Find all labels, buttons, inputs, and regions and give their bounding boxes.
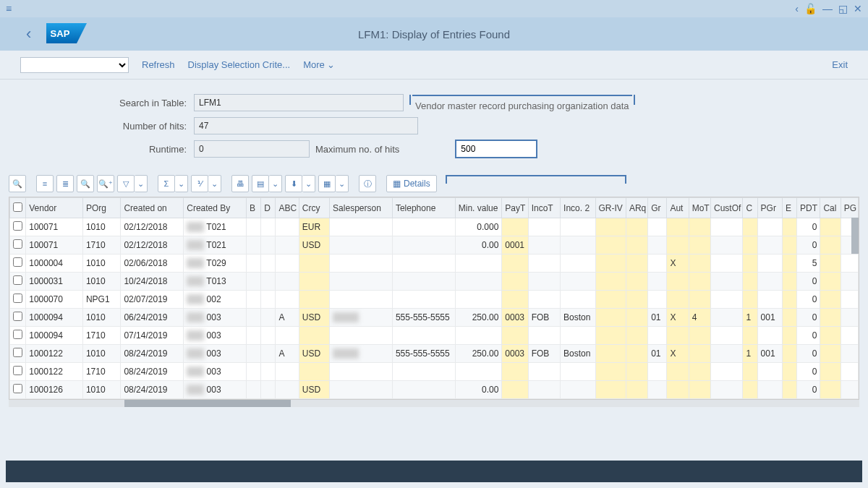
lock-icon[interactable]: 🔓 [804,3,817,14]
filter-icon[interactable]: ▽ [117,175,135,192]
col-cal[interactable]: Cal [820,198,841,218]
vertical-scrollbar[interactable] [851,218,859,254]
col-pgr[interactable]: PGr [757,198,782,218]
find-icon[interactable]: 🔍 [77,175,94,192]
minimize-icon[interactable]: — [822,3,833,14]
cell-c [743,218,757,236]
col-minvalue[interactable]: Min. value [455,198,502,218]
export-dropdown-icon[interactable]: ⌄ [269,175,282,192]
table-row[interactable]: 1000126101008/24/2019xxxx 003USD0.000 [10,381,859,399]
table-row[interactable]: 1000004101002/06/2018xxxx T029X5 [10,254,859,273]
cell-incot [528,218,560,236]
col-salesperson[interactable]: Salesperson [330,198,393,218]
col-pdt[interactable]: PDT [797,198,820,218]
transaction-select[interactable] [20,57,129,73]
table-row[interactable]: 100071101002/12/2018xxxx T021EUR0.0000 [10,218,859,236]
cell-arq [626,363,647,381]
hscroll-thumb[interactable] [124,400,291,407]
col-griv[interactable]: GR-IV [595,198,626,218]
cell-b [247,309,261,327]
row-checkbox[interactable] [13,312,22,321]
filter-dropdown-icon[interactable]: ⌄ [135,175,148,192]
cell-payt: 0003 [502,309,528,327]
zoom-icon[interactable]: 🔍 [9,175,26,192]
row-checkbox[interactable] [13,257,22,267]
max-hits-label: Maximum no. of hits [315,144,399,155]
cell-aut [667,291,689,309]
display-selection-button[interactable]: Display Selection Crite... [188,59,291,70]
table-row[interactable]: 1000094171007/14/2019xxxx 0030 [10,327,859,345]
refresh-button[interactable]: Refresh [142,59,175,70]
col-b[interactable]: B [247,198,261,218]
cell-arq [626,327,647,345]
col-incot[interactable]: IncoT [528,198,560,218]
col-c[interactable]: C [743,198,757,218]
col-gr[interactable]: Gr [648,198,667,218]
table-row[interactable]: 1000122171008/24/2019xxxx 0030 [10,363,859,381]
row-checkbox[interactable] [13,275,22,285]
print-icon[interactable]: 🖶 [231,175,249,192]
subtotal-dropdown-icon[interactable]: ⌄ [208,175,221,192]
download-dropdown-icon[interactable]: ⌄ [302,175,315,192]
cell-inco2 [561,254,595,273]
find-next-icon[interactable]: 🔍⁺ [97,175,114,192]
cell-inco2: Boston [561,309,595,327]
col-inco2[interactable]: Inco. 2 [561,198,595,218]
restore-icon[interactable]: ◱ [838,3,848,14]
hits-input[interactable] [194,117,418,134]
select-all-header[interactable] [10,198,26,218]
row-checkbox[interactable] [13,221,22,231]
download-icon[interactable]: ⬇ [285,175,302,192]
max-hits-input[interactable] [456,140,537,158]
hamburger-icon[interactable]: ≡ [6,3,12,14]
col-telephone[interactable]: Telephone [392,198,455,218]
sum-dropdown-icon[interactable]: ⌄ [175,175,188,192]
export-icon[interactable]: ▤ [252,175,269,192]
col-porg[interactable]: POrg [82,198,120,218]
row-checkbox[interactable] [13,366,22,375]
col-d[interactable]: D [261,198,276,218]
col-payt[interactable]: PayT [502,198,528,218]
row-checkbox[interactable] [13,384,22,393]
table-row[interactable]: 1000031101010/24/2018xxxx T0130 [10,273,859,291]
sort-asc-icon[interactable]: ≡ [36,175,54,192]
cell-aut [667,327,689,345]
runtime-input[interactable] [194,140,310,158]
subtotal-icon[interactable]: ⅟ [191,175,208,192]
layout-dropdown-icon[interactable]: ⌄ [336,175,349,192]
col-abc[interactable]: ABC [276,198,299,218]
cell-created_by: xxxx 002 [184,291,247,309]
table-row[interactable]: 100071171002/12/2018xxxx T021USD0.000001… [10,236,859,254]
col-arq[interactable]: ARq [626,198,647,218]
prev-icon[interactable]: ‹ [795,3,799,14]
exit-button[interactable]: Exit [832,59,848,70]
cell-min [455,327,502,345]
back-button[interactable]: ‹ [26,25,31,43]
col-custof[interactable]: CustOf [710,198,742,218]
col-pg[interactable]: PG [841,198,858,218]
sum-icon[interactable]: Σ [158,175,175,192]
col-createdon[interactable]: Created on [121,198,184,218]
layout-icon[interactable]: ▦ [318,175,336,192]
col-aut[interactable]: Aut [667,198,689,218]
table-row[interactable]: 1000070NPG102/07/2019xxxx 0020 [10,291,859,309]
table-row[interactable]: 1000122101008/24/2019xxxx 003AUSDxxxxxx5… [10,345,859,363]
col-e[interactable]: E [782,198,796,218]
col-crcy[interactable]: Crcy [299,198,329,218]
row-checkbox[interactable] [13,330,22,339]
more-button[interactable]: More ⌄ [303,59,335,70]
search-table-input[interactable] [194,94,404,111]
row-checkbox[interactable] [13,348,22,357]
col-mot[interactable]: MoT [689,198,710,218]
close-icon[interactable]: ✕ [854,3,862,14]
col-createdby[interactable]: Created By [184,198,247,218]
col-vendor[interactable]: Vendor [26,198,83,218]
row-checkbox[interactable] [13,239,22,249]
search-table-label: Search in Table: [20,98,194,108]
horizontal-scrollbar[interactable] [9,400,859,407]
details-button[interactable]: ▦Details [386,175,437,192]
info-icon[interactable]: ⓘ [359,175,376,192]
table-row[interactable]: 1000094101006/24/2019xxxx 003AUSDxxxxxx5… [10,309,859,327]
sort-desc-icon[interactable]: ≣ [56,175,74,192]
row-checkbox[interactable] [13,294,22,303]
